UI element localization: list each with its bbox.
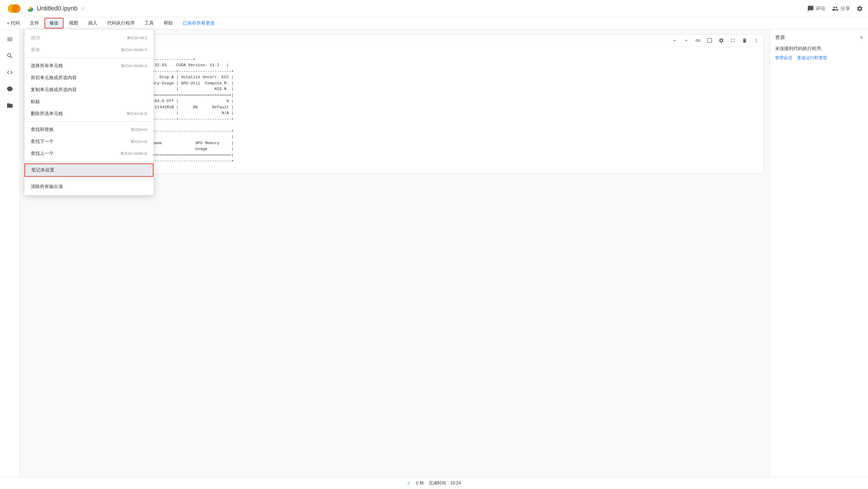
manage-session-link[interactable]: 管理会话 xyxy=(775,55,792,61)
change-runtime-link[interactable]: 更改运行时类型 xyxy=(797,55,827,61)
link-button[interactable] xyxy=(693,36,703,45)
dropdown-clear-outputs[interactable]: 清除所有输出项 xyxy=(25,181,153,193)
svg-rect-2 xyxy=(708,38,712,43)
right-panel: 资源 × 未连接到代码执行程序。 管理会话 更改运行时类型 xyxy=(770,29,868,477)
sidebar-folder-icon[interactable] xyxy=(3,99,17,112)
sidebar xyxy=(0,29,20,477)
move-down-button[interactable] xyxy=(682,36,691,45)
find-next-label: 查找下一个 xyxy=(31,139,54,144)
comment-label: 评论 xyxy=(816,5,826,12)
paste-label: 粘贴 xyxy=(31,99,40,105)
find-next-shortcut: ⌘/Ctrl+G xyxy=(130,139,147,144)
redo-label: 重做 xyxy=(31,47,40,53)
dropdown-find-replace[interactable]: 查找和替换 ⌘/Ctrl+H xyxy=(25,124,153,136)
status-completed: 完成时间：10:24 xyxy=(429,480,461,486)
sidebar-code-icon[interactable] xyxy=(3,66,17,79)
divider-2 xyxy=(25,122,153,122)
undo-shortcut: ⌘/Ctrl+M Z xyxy=(127,36,147,40)
select-all-shortcut: ⌘/Ctrl+Shift+A xyxy=(121,64,147,68)
undo-label: 撤消 xyxy=(31,35,40,41)
saved-badge[interactable]: 已保存所有更改 xyxy=(178,19,219,28)
menu-bar: + 代码 文件 修改 视图 插入 代码执行程序 工具 帮助 已保存所有更改 xyxy=(0,17,868,29)
status-time: 0 秒 xyxy=(416,480,424,486)
dropdown-find-prev[interactable]: 查找上一个 ⌘/Ctrl+Shift+G xyxy=(25,148,153,160)
panel-status-text: 未连接到代码执行程序。 xyxy=(775,46,863,52)
settings-cell-button[interactable] xyxy=(717,36,726,45)
top-right-icons: 评论 分享 xyxy=(807,0,863,17)
move-up-button[interactable] xyxy=(670,36,679,45)
share-label: 分享 xyxy=(840,5,850,12)
file-info: Untitled0.ipynb ☆ xyxy=(27,5,85,12)
dropdown-copy-cells[interactable]: 复制单元格或所选内容 xyxy=(25,84,153,96)
comment-icon[interactable]: 评论 xyxy=(807,5,826,12)
dropdown-delete-cells[interactable]: 删除所选单元格 ⌘/Ctrl+M D xyxy=(25,108,153,120)
dropdown-select-all[interactable]: 选择所有单元格 ⌘/Ctrl+Shift+A xyxy=(25,60,153,72)
dropdown-undo[interactable]: 撤消 ⌘/Ctrl+M Z xyxy=(25,32,153,44)
redo-shortcut: ⌘/Ctrl+Shift+Y xyxy=(121,47,147,52)
panel-links: 管理会话 更改运行时类型 xyxy=(775,55,863,61)
panel-header: 资源 × xyxy=(775,34,863,41)
find-replace-shortcut: ⌘/Ctrl+H xyxy=(131,127,147,132)
dropdown-paste[interactable]: 粘贴 xyxy=(25,96,153,108)
menu-edit[interactable]: 修改 xyxy=(44,18,64,29)
top-bar: Untitled0.ipynb ☆ 评论 分享 xyxy=(0,0,868,17)
find-replace-label: 查找和替换 xyxy=(31,127,54,133)
more-button[interactable] xyxy=(752,36,761,45)
star-icon[interactable]: ☆ xyxy=(81,5,85,12)
dropdown-notebook-settings[interactable]: 笔记本设置 xyxy=(25,164,153,177)
dropdown-cut-cells[interactable]: 剪切单元格或所选内容 xyxy=(25,72,153,84)
edit-dropdown-menu: 撤消 ⌘/Ctrl+M Z 重做 ⌘/Ctrl+Shift+Y 选择所有单元格 … xyxy=(25,29,153,195)
add-code-label: + 代码 xyxy=(7,20,20,26)
menu-help[interactable]: 帮助 xyxy=(159,19,177,28)
menu-tools[interactable]: 工具 xyxy=(140,19,158,28)
svg-point-1 xyxy=(12,4,21,13)
sidebar-variable-icon[interactable] xyxy=(3,82,17,96)
find-prev-shortcut: ⌘/Ctrl+Shift+G xyxy=(120,151,147,156)
clear-outputs-label: 清除所有输出项 xyxy=(31,184,63,190)
settings-icon[interactable] xyxy=(856,5,863,12)
colab-logo[interactable] xyxy=(5,0,23,18)
divider-1 xyxy=(25,58,153,58)
select-all-label: 选择所有单元格 xyxy=(31,63,63,69)
output-button[interactable] xyxy=(705,36,714,45)
menu-runtime[interactable]: 代码执行程序 xyxy=(103,19,139,28)
file-title[interactable]: Untitled0.ipynb xyxy=(37,5,78,12)
sidebar-search-icon[interactable] xyxy=(3,49,17,63)
copy-cells-label: 复制单元格或所选内容 xyxy=(31,87,77,93)
status-check-icon: ✓ xyxy=(407,480,411,486)
add-code-button[interactable]: + 代码 xyxy=(2,19,24,28)
menu-file[interactable]: 文件 xyxy=(26,19,43,28)
share-icon[interactable]: 分享 xyxy=(832,5,850,12)
dropdown-find-next[interactable]: 查找下一个 ⌘/Ctrl+G xyxy=(25,136,153,148)
status-bar: ✓ 0 秒 完成时间：10:24 xyxy=(0,477,868,489)
drive-icon xyxy=(27,5,34,12)
delete-cells-shortcut: ⌘/Ctrl+M D xyxy=(126,111,147,116)
delete-cell-button[interactable] xyxy=(740,36,749,45)
sidebar-hamburger-icon[interactable] xyxy=(3,33,17,46)
panel-title: 资源 xyxy=(775,34,785,41)
divider-3 xyxy=(25,161,153,162)
menu-insert[interactable]: 插入 xyxy=(84,19,102,28)
expand-button[interactable] xyxy=(728,36,738,45)
menu-view[interactable]: 视图 xyxy=(65,19,83,28)
divider-4 xyxy=(25,178,153,179)
panel-close-button[interactable]: × xyxy=(860,34,863,41)
find-prev-label: 查找上一个 xyxy=(31,151,54,157)
cut-cells-label: 剪切单元格或所选内容 xyxy=(31,75,77,81)
dropdown-redo[interactable]: 重做 ⌘/Ctrl+Shift+Y xyxy=(25,44,153,56)
delete-cells-label: 删除所选单元格 xyxy=(31,111,63,117)
notebook-settings-label: 笔记本设置 xyxy=(31,167,54,173)
